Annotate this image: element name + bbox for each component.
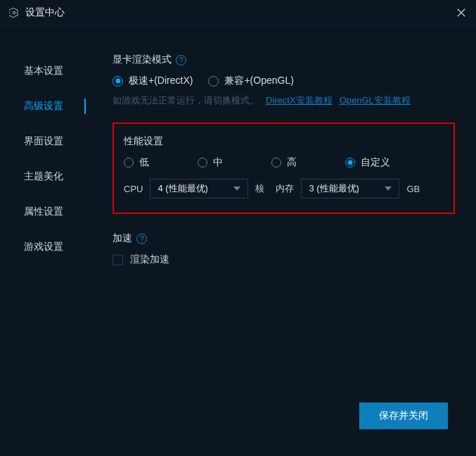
sidebar-item-properties[interactable]: 属性设置 [0,194,98,229]
titlebar: 设置中心 [0,0,476,25]
link-opengl-tutorial[interactable]: OpenGL安装教程 [340,94,411,107]
radio-low-label: 低 [139,156,149,169]
window-title: 设置中心 [25,6,65,19]
radio-high-label: 高 [287,156,297,169]
footer: 保存并关闭 [359,403,448,429]
radio-directx-label: 极速+(DirectX) [129,75,193,87]
chevron-down-icon [233,186,240,191]
sidebar-item-advanced[interactable]: 高级设置 [0,89,98,124]
radio-directx[interactable]: 极速+(DirectX) [112,75,193,87]
sidebar-item-basic[interactable]: 基本设置 [0,53,98,89]
performance-section: 性能设置 低 中 高 自定义 [112,122,455,214]
radio-dot-icon [124,158,134,167]
sidebar-item-game[interactable]: 游戏设置 [0,229,98,265]
chevron-down-icon [385,186,392,191]
render-mode-title: 显卡渲染模式 [112,53,172,66]
radio-low[interactable]: 低 [124,156,198,169]
radio-opengl-label: 兼容+(OpenGL) [224,75,293,87]
mem-unit: GB [406,184,420,194]
acceleration-section: 加速 ? 渲染加速 [112,232,455,266]
save-and-close-button[interactable]: 保存并关闭 [359,403,448,429]
acceleration-title: 加速 [112,232,132,245]
svg-point-0 [13,11,15,14]
radio-dot-icon [208,76,219,87]
cpu-label: CPU [124,184,143,194]
mem-dropdown[interactable]: 3 (性能最优) [301,179,399,198]
link-directx-tutorial[interactable]: DirectX安装教程 [266,94,333,107]
help-icon[interactable]: ? [176,55,186,65]
sidebar-item-ui[interactable]: 界面设置 [0,124,98,159]
radio-custom-label: 自定义 [361,156,390,169]
render-mode-options: 极速+(DirectX) 兼容+(OpenGL) [112,75,455,87]
gear-icon [8,7,20,18]
render-accel-checkbox[interactable] [112,255,123,265]
render-mode-title-row: 显卡渲染模式 ? [112,53,455,66]
performance-options: 低 中 高 自定义 [124,156,444,169]
cpu-unit: 核 [255,182,264,195]
close-icon [456,8,466,18]
radio-dot-icon [112,76,123,87]
radio-custom[interactable]: 自定义 [345,156,390,169]
cpu-value: 4 (性能最优) [157,182,208,195]
radio-mid[interactable]: 中 [198,156,271,169]
radio-dot-icon [271,158,281,167]
radio-mid-label: 中 [213,156,223,169]
render-hint-row: 如游戏无法正常运行，请切换模式。 DirectX安装教程 OpenGL安装教程 [112,94,455,107]
mem-value: 3 (性能最优) [309,182,359,195]
performance-sliders-row: CPU 4 (性能最优) 核 内存 3 (性能最优) GB [124,179,444,198]
main-panel: 显卡渲染模式 ? 极速+(DirectX) 兼容+(OpenGL) 如游戏无法正… [98,25,476,456]
render-hint-text: 如游戏无法正常运行，请切换模式。 [112,94,259,107]
sidebar: 基本设置 高级设置 界面设置 主题美化 属性设置 游戏设置 [0,25,98,456]
radio-opengl[interactable]: 兼容+(OpenGL) [208,75,293,87]
radio-high[interactable]: 高 [271,156,345,169]
mem-label: 内存 [276,182,294,195]
radio-dot-icon [198,158,207,167]
help-icon[interactable]: ? [136,234,147,244]
cpu-dropdown[interactable]: 4 (性能最优) [150,179,248,198]
sidebar-item-theme[interactable]: 主题美化 [0,159,98,194]
close-button[interactable] [455,6,468,19]
performance-title: 性能设置 [124,135,163,148]
render-accel-label: 渲染加速 [130,253,169,266]
radio-dot-icon [345,158,355,167]
